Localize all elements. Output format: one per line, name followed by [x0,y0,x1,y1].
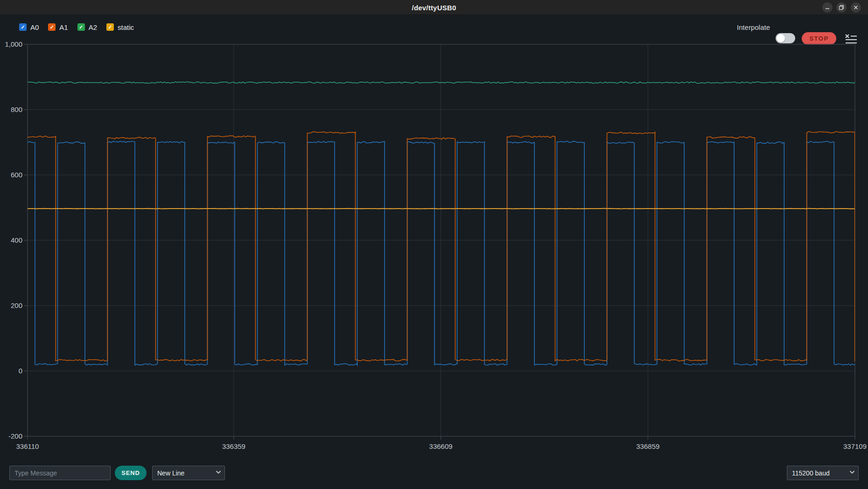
y-axis-tick-label: 1,000 [5,40,22,48]
toggle-knob [777,34,785,42]
title-bar: /dev/ttyUSB0 [0,0,868,15]
window-title: /dev/ttyUSB0 [0,0,868,15]
checkbox-a2[interactable]: ✓ [77,23,85,31]
y-axis-tick-label: 800 [11,105,22,113]
serial-plot-chart: -20002004006008001,000336110336359336609… [0,0,868,489]
x-axis-tick-label: 336859 [636,442,659,450]
maximize-button[interactable] [836,2,847,13]
minimize-icon [825,5,830,10]
y-axis-tick-label: 600 [11,171,22,179]
close-icon [853,5,859,10]
legend-item-a1[interactable]: ✓ A1 [48,23,68,31]
x-axis-tick-label: 337109 [843,442,867,450]
legend-label-a1: A1 [59,23,68,31]
baud-select-wrap: 115200 baud [787,466,859,480]
baud-select[interactable]: 115200 baud [787,466,859,480]
clear-menu-icon[interactable] [845,34,858,44]
maximize-icon [839,5,844,10]
x-axis-tick-label: 336110 [16,442,39,450]
send-button[interactable]: SEND [115,466,147,480]
interpolate-toggle[interactable] [776,33,795,43]
legend-item-static[interactable]: ✓ static [106,23,134,31]
toolbar: ✓ A0 ✓ A1 ✓ A2 ✓ static Interpolate STOP [0,15,868,39]
series-A0 [7,141,858,365]
close-button[interactable] [851,2,861,13]
line-ending-select[interactable]: New Line [152,466,225,480]
legend-label-a0: A0 [30,23,39,31]
legend-item-a0[interactable]: ✓ A0 [19,23,39,31]
message-input[interactable] [9,466,111,480]
series-A2 [24,82,858,83]
checkbox-a1[interactable]: ✓ [48,23,56,31]
series-legend: ✓ A0 ✓ A1 ✓ A2 ✓ static [19,15,134,39]
legend-item-a2[interactable]: ✓ A2 [77,23,97,31]
y-axis-tick-label: 400 [11,236,22,244]
x-axis-tick-label: 336359 [222,442,245,450]
legend-label-static: static [118,23,134,31]
interpolate-label: Interpolate [737,15,770,39]
series-A1 [7,132,858,361]
y-axis-tick-label: 0 [19,367,22,375]
line-ending-select-wrap: New Line [152,466,225,480]
checkbox-static[interactable]: ✓ [106,23,114,31]
checkbox-a0[interactable]: ✓ [19,23,27,31]
y-axis-tick-label: 200 [11,301,22,309]
legend-label-a2: A2 [89,23,97,31]
stop-button[interactable]: STOP [802,32,836,45]
x-axis-tick-label: 336609 [429,442,453,450]
bottom-bar: SEND New Line 115200 baud [0,459,868,489]
series-static [24,209,858,209]
y-axis-tick-label: -200 [8,432,22,440]
minimize-button[interactable] [822,2,833,13]
